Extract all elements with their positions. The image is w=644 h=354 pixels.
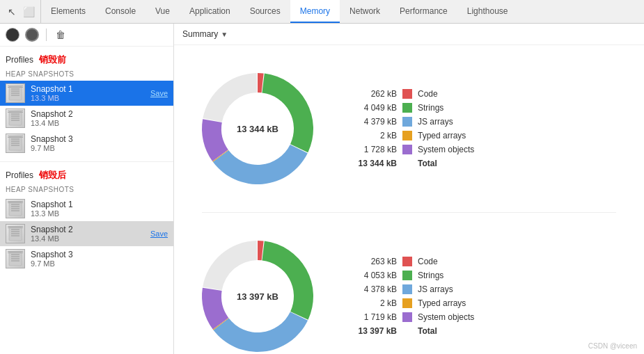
stop-button[interactable] xyxy=(25,28,39,42)
snapshot-3-before-size: 9.7 MB xyxy=(31,144,168,152)
snapshot-2-before-name: Snapshot 2 xyxy=(31,109,168,119)
tab-console[interactable]: Console xyxy=(95,0,146,23)
snapshot-3-after-info: Snapshot 3 9.7 MB xyxy=(31,250,168,268)
legend-row-1-4: 1 728 kB System objects xyxy=(348,145,529,154)
legend-value-2-0: 263 kB xyxy=(348,257,397,266)
legend-name-2-4: System objects xyxy=(418,312,474,322)
chart-row-1: 13 344 kB 262 kB Code 4 049 kB Strings 4 xyxy=(188,52,630,205)
legend-row-2-2: 4 378 kB JS arrays xyxy=(348,284,529,294)
snapshot-1-before-info: Snapshot 1 13.3 MB xyxy=(31,84,145,102)
heap-snapshots-title-2: HEAP SNAPSHOTS xyxy=(0,184,173,196)
summary-dropdown[interactable]: Summary ▼ xyxy=(182,29,228,39)
device-icon[interactable]: ⬜ xyxy=(22,6,35,18)
legend-color-1-2 xyxy=(402,117,412,127)
tab-lighthouse[interactable]: Lighthouse xyxy=(457,0,518,23)
legend-value-2-3: 2 kB xyxy=(348,298,397,308)
section-before-header: Profiles 销毁前 xyxy=(0,52,173,69)
toolbar-divider xyxy=(46,29,47,41)
legend-color-2-1 xyxy=(402,271,412,280)
section-after-annotation: 销毁后 xyxy=(39,169,66,182)
snapshot-2-before-size: 13.4 MB xyxy=(31,119,168,127)
section-before-profiles-label: Profiles xyxy=(6,55,33,65)
legend-row-2-4: 1 719 kB System objects xyxy=(348,312,529,322)
tab-memory[interactable]: Memory xyxy=(290,0,340,23)
legend-total-value-2: 13 397 kB xyxy=(348,326,397,336)
tab-vue[interactable]: Vue xyxy=(146,0,180,23)
legend-name-1-1: Strings xyxy=(418,103,443,113)
snapshot-1-after-name: Snapshot 1 xyxy=(31,200,168,209)
snapshot-1-before-size: 13.3 MB xyxy=(31,94,145,102)
delete-button[interactable]: 🗑 xyxy=(54,28,68,42)
tab-application[interactable]: Application xyxy=(180,0,240,23)
legend-name-2-2: JS arrays xyxy=(418,284,453,294)
donut-label-2: 13 397 kB xyxy=(237,291,278,302)
tab-network[interactable]: Network xyxy=(340,0,390,23)
section-before-annotation: 销毁前 xyxy=(39,54,66,66)
legend-color-1-0 xyxy=(402,89,412,99)
heap-snapshots-title-1: HEAP SNAPSHOTS xyxy=(0,69,173,81)
legend-color-1-3 xyxy=(402,131,412,140)
legend-color-1-4 xyxy=(402,145,412,154)
snapshot-2-before[interactable]: Snapshot 2 13.4 MB xyxy=(0,106,173,131)
left-toolbar: 🗑 xyxy=(0,24,173,47)
snapshot-icon-2-before xyxy=(6,108,25,128)
record-button[interactable] xyxy=(6,28,19,42)
legend-value-2-2: 4 378 kB xyxy=(348,284,397,294)
legend-color-2-0 xyxy=(402,257,412,266)
legend-value-1-3: 2 kB xyxy=(348,131,397,140)
snapshot-2-after-info: Snapshot 2 13.4 MB xyxy=(31,225,145,243)
donut-label-1: 13 344 kB xyxy=(237,124,278,134)
snapshot-2-after[interactable]: Snapshot 2 13.4 MB Save xyxy=(0,221,173,246)
top-nav: ↖ ⬜ Elements Console Vue Application Sou… xyxy=(0,0,644,24)
legend-color-1-1 xyxy=(402,103,412,113)
tab-sources[interactable]: Sources xyxy=(240,0,290,23)
legend-row-1-1: 4 049 kB Strings xyxy=(348,103,529,113)
snapshot-icon-1-after xyxy=(6,199,25,218)
snapshot-3-before-name: Snapshot 3 xyxy=(31,134,168,144)
legend-name-1-3: Typed arrays xyxy=(418,131,466,140)
snapshot-1-before-name: Snapshot 1 xyxy=(31,84,145,94)
legend-total-label-2: Total xyxy=(418,326,437,336)
tab-elements[interactable]: Elements xyxy=(41,0,95,23)
charts-area: 13 344 kB 262 kB Code 4 049 kB Strings 4 xyxy=(174,45,644,354)
nav-tabs: Elements Console Vue Application Sources… xyxy=(41,0,518,23)
legend-total-label-1: Total xyxy=(418,159,437,168)
legend-name-1-4: System objects xyxy=(418,145,474,154)
legend-total-row-1: 13 344 kB Total xyxy=(348,159,529,168)
legend-name-2-3: Typed arrays xyxy=(418,298,466,308)
chart-divider xyxy=(202,212,616,213)
donut-chart-2: 13 397 kB xyxy=(188,227,327,354)
legend-name-2-1: Strings xyxy=(418,271,443,280)
section-after-header: Profiles 销毁后 xyxy=(0,168,173,184)
dropdown-arrow-icon: ▼ xyxy=(221,31,228,38)
snapshot-1-after[interactable]: Snapshot 1 13.3 MB xyxy=(0,196,173,221)
snapshot-3-after-size: 9.7 MB xyxy=(31,259,168,268)
tab-performance[interactable]: Performance xyxy=(390,0,457,23)
legend-color-2-4 xyxy=(402,312,412,322)
legend-row-1-3: 2 kB Typed arrays xyxy=(348,131,529,140)
snapshot-2-before-info: Snapshot 2 13.4 MB xyxy=(31,109,168,127)
chart-row-2: 13 397 kB 263 kB Code 4 053 kB Strings 4 xyxy=(188,220,630,354)
legend-value-2-4: 1 719 kB xyxy=(348,312,397,322)
snapshot-2-after-size: 13.4 MB xyxy=(31,234,145,243)
legend-total-value-1: 13 344 kB xyxy=(348,159,397,168)
legend-2: 263 kB Code 4 053 kB Strings 4 378 kB JS… xyxy=(348,257,529,336)
snapshot-1-before[interactable]: Snapshot 1 13.3 MB Save xyxy=(0,81,173,106)
main-layout: 🗑 Profiles 销毁前 HEAP SNAPSHOTS Snapshot 1… xyxy=(0,24,644,354)
snapshot-3-before[interactable]: Snapshot 3 9.7 MB xyxy=(0,131,173,156)
cursor-icon[interactable]: ↖ xyxy=(6,6,18,18)
watermark: CSDN @viceen xyxy=(588,342,637,350)
donut-chart-1: 13 344 kB xyxy=(188,59,327,198)
left-panel: 🗑 Profiles 销毁前 HEAP SNAPSHOTS Snapshot 1… xyxy=(0,24,174,354)
section-before: Profiles 销毁前 HEAP SNAPSHOTS Snapshot 1 1… xyxy=(0,47,173,161)
legend-value-1-2: 4 379 kB xyxy=(348,117,397,127)
section-after-profiles-label: Profiles xyxy=(6,170,33,180)
snapshot-3-after[interactable]: Snapshot 3 9.7 MB xyxy=(0,246,173,271)
legend-value-2-1: 4 053 kB xyxy=(348,271,397,280)
snapshot-1-after-info: Snapshot 1 13.3 MB xyxy=(31,200,168,218)
snapshot-1-before-save[interactable]: Save xyxy=(150,89,168,97)
snapshot-1-after-size: 13.3 MB xyxy=(31,209,168,218)
snapshot-2-after-save[interactable]: Save xyxy=(150,230,168,238)
summary-label: Summary xyxy=(182,29,218,39)
legend-row-2-3: 2 kB Typed arrays xyxy=(348,298,529,308)
